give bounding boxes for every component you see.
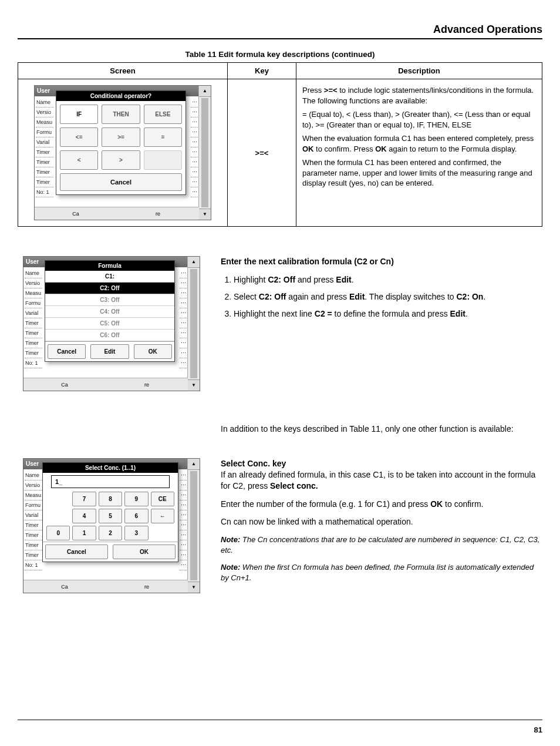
formula-row-c2[interactable]: C2: Off (45, 283, 174, 294)
device-side-list: Name Versio Measu Formu Varial Timer Tim… (36, 98, 53, 197)
formula-row-c4[interactable]: C4: Off (45, 306, 174, 318)
keypad-backspace-icon[interactable]: ← (151, 509, 174, 523)
op-then-button[interactable]: THEN (102, 105, 140, 124)
scroll-down-icon[interactable]: ▼ (188, 379, 200, 391)
dev-bottom-r: re (117, 207, 199, 220)
footer-rule (18, 720, 542, 720)
instruction-list: Highlight C2: Off and press Edit. Select… (221, 274, 542, 320)
keypad-3[interactable]: 3 (124, 526, 148, 540)
formula-row-c3[interactable]: C3: Off (45, 294, 174, 306)
dialog-formula: Formula C1: C2: Off C3: Off C4: Off C5: … (45, 260, 175, 362)
list-item: Highlight C2: Off and press Edit. (234, 274, 542, 285)
cancel-button[interactable]: Cancel (60, 173, 182, 191)
th-key: Key (228, 63, 296, 79)
body-text: Cn can now be linked with a mathematical… (221, 516, 542, 527)
scroll-down-icon[interactable]: ▼ (199, 209, 211, 220)
keypad-0[interactable]: 0 (46, 526, 70, 540)
op-else-button[interactable]: ELSE (144, 105, 182, 124)
op-lte-button[interactable]: <= (60, 127, 98, 147)
device-side-list: Name Versio Measu Formu Varial Timer Tim… (25, 471, 42, 570)
op-eq-button[interactable]: = (144, 127, 182, 147)
ok-button[interactable]: OK (134, 344, 172, 359)
cancel-button[interactable]: Cancel (48, 344, 86, 359)
cell-screen: User Name Versio Measu Formu Varial Time… (18, 79, 228, 227)
keypad-9[interactable]: 9 (124, 492, 148, 506)
scroll-up-icon[interactable]: ▲ (188, 257, 200, 268)
op-blank (144, 150, 182, 170)
keypad-6[interactable]: 6 (124, 509, 148, 523)
section-header: Advanced Operations (18, 23, 542, 39)
op-gt-button[interactable]: > (102, 150, 140, 170)
device-scrollbar[interactable]: ▲ ▼ (187, 257, 200, 391)
op-lt-button[interactable]: < (60, 150, 98, 170)
dialog-title: Formula (45, 261, 174, 271)
device-scrollbar[interactable]: ▲ ▼ (187, 459, 200, 593)
keypad-ce[interactable]: CE (151, 492, 174, 506)
formula-row-c5[interactable]: C5: Off (45, 318, 174, 330)
op-if-button[interactable]: IF (60, 105, 98, 124)
device-screenshot-conditional: User Name Versio Measu Formu Varial Time… (34, 85, 211, 220)
device-scrollbar[interactable]: ▲ ▼ (198, 86, 211, 220)
keypad-1[interactable]: 1 (72, 526, 96, 540)
device-screenshot-formula: User Name Versio Measu Formu Varial Time… (23, 256, 200, 391)
scroll-down-icon[interactable]: ▼ (188, 582, 200, 593)
cell-key: >=< (228, 79, 296, 227)
section-heading: Select Conc. key (221, 459, 286, 468)
page-number: 81 (534, 725, 542, 734)
table-caption: Table 11 Edit formula key descriptions (… (18, 50, 542, 59)
device-screenshot-select-conc: User Name Versio Measu Formu Varial Time… (23, 458, 200, 593)
edit-button[interactable]: Edit (90, 344, 129, 359)
keypad-7[interactable]: 7 (72, 492, 96, 506)
scroll-up-icon[interactable]: ▲ (199, 86, 211, 97)
op-gte-button[interactable]: >= (102, 127, 140, 147)
device-side-list: Name Versio Measu Formu Varial Timer Tim… (25, 268, 42, 368)
dialog-conditional-operator: Conditional operator? IF THEN ELSE <= >=… (56, 90, 186, 195)
dialog-title: Conditional operator? (56, 91, 185, 101)
ok-button[interactable]: OK (113, 545, 176, 559)
dialog-title: Select Conc. (1..1) (43, 463, 178, 473)
keypad-5[interactable]: 5 (99, 509, 122, 523)
conc-input[interactable]: 1_ (51, 475, 170, 488)
formula-row-c1[interactable]: C1: (45, 271, 174, 283)
cell-description: Press >=< to include logic statements/li… (296, 79, 542, 227)
device-right-dots: ⋯⋯⋯⋯⋯⋯⋯⋯⋯⋯ (180, 268, 187, 368)
section-heading: Enter the next calibration formula (C2 o… (221, 256, 542, 267)
dev-top-l: User (37, 88, 50, 94)
device-right-dots: ⋯⋯⋯⋯⋯⋯⋯⋯⋯⋯ (180, 471, 187, 570)
keypad-4[interactable]: 4 (72, 509, 96, 523)
keypad-8[interactable]: 8 (99, 492, 122, 506)
scroll-up-icon[interactable]: ▲ (188, 459, 200, 470)
list-item: Select C2: Off again and press Edit. The… (234, 291, 542, 303)
th-description: Description (296, 63, 542, 79)
cancel-button[interactable]: Cancel (45, 545, 108, 559)
th-screen: Screen (18, 63, 228, 79)
device-right-dots: ⋯⋯⋯⋯⋯⋯⋯⋯⋯⋯ (191, 98, 198, 197)
list-item: Highlight the next line C2 = to define t… (234, 308, 542, 320)
dev-bottom-l: Ca (35, 207, 117, 220)
dialog-select-conc: Select Conc. (1..1) 1_ 7 8 9 CE 4 5 6 ← … (42, 462, 178, 562)
formula-key-table: Screen Key Description User Name Versio … (18, 62, 542, 227)
keypad-2[interactable]: 2 (99, 526, 122, 540)
formula-row-c6[interactable]: C6: Off (45, 330, 174, 341)
